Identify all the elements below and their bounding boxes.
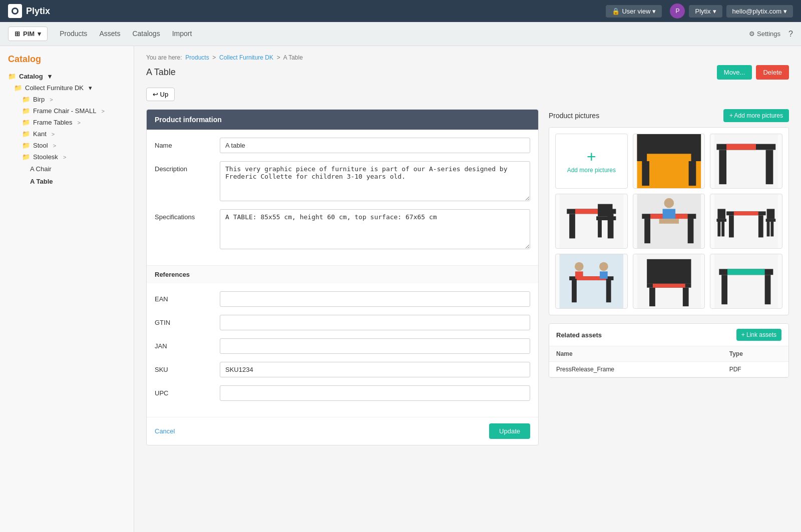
sidebar-stool[interactable]: 📁 Stool > [0,140,134,151]
settings-button[interactable]: ⚙ Settings [749,30,780,38]
picture-8[interactable] [710,254,782,309]
sidebar-stoolesk[interactable]: 📁 Stoolesk > [0,151,134,163]
svg-point-49 [599,262,608,271]
form-row-gtin: GTIN [155,315,530,330]
svg-rect-52 [647,259,691,284]
sidebar-a-table[interactable]: A Table [0,175,134,188]
svg-rect-14 [569,214,575,238]
form-row-sku: SKU [155,362,530,377]
sec-nav-right: ⚙ Settings ? [749,30,793,39]
svg-rect-32 [758,215,763,237]
move-button[interactable]: Move... [717,65,752,80]
breadcrumb-collect-furniture[interactable]: Collect Furniture DK [219,54,273,61]
picture-1[interactable] [633,134,705,189]
name-label: Name [155,138,220,149]
avatar: P [670,4,685,19]
logo-area: Plytix [8,4,50,18]
ean-label: EAN [155,291,220,303]
picture-2[interactable] [710,134,782,189]
pictures-title: Product pictures [549,112,599,120]
svg-rect-41 [767,209,775,219]
gtin-label: GTIN [155,315,220,326]
picture-3[interactable] [555,194,628,249]
upc-input[interactable] [220,385,530,401]
svg-rect-31 [729,215,734,237]
add-pictures-button[interactable]: + Add more pictures [723,109,789,122]
sidebar-frame-tables[interactable]: 📁 Frame Tables > [0,117,134,128]
svg-rect-17 [596,216,616,220]
svg-point-1 [13,9,17,13]
help-button[interactable]: ? [788,30,793,39]
chevron-down-icon: ▾ [48,73,52,80]
chevron-down-icon: ▾ [89,84,92,92]
page-title-row: A Table Move... Delete [146,65,789,80]
sidebar-birp[interactable]: 📁 Birp > [0,94,134,105]
ean-input[interactable] [220,291,530,307]
page-title: A Table [146,67,176,78]
form-row-description: Description This very graphic piece of f… [155,161,530,201]
user-view-button[interactable]: 🔒 User view ▾ [606,5,662,18]
form-row-jan: JAN [155,338,530,354]
nav-products[interactable]: Products [60,28,87,41]
picture-7[interactable] [633,254,705,309]
email-button[interactable]: hello@plytix.com ▾ [726,5,793,18]
svg-rect-60 [765,275,771,304]
sidebar-kant[interactable]: 📁 Kant > [0,128,134,140]
sidebar-collect-furniture[interactable]: 📁 Collect Furniture DK ▾ [0,82,134,94]
picture-6[interactable] [555,254,628,309]
svg-rect-9 [719,150,727,184]
svg-rect-6 [688,161,696,186]
chevron-down-icon: ▾ [783,8,787,15]
user-info: P Plytix ▾ hello@plytix.com ▾ [670,4,793,19]
svg-rect-48 [575,271,583,279]
svg-rect-44 [572,280,577,302]
gtin-input[interactable] [220,315,530,330]
form-row-ean: EAN [155,291,530,307]
description-input[interactable]: This very graphic piece of furniture is … [220,161,530,201]
delete-button[interactable]: Delete [756,65,789,80]
svg-rect-56 [653,284,685,288]
svg-rect-18 [598,220,602,237]
svg-rect-45 [606,280,611,302]
svg-rect-39 [767,222,770,236]
svg-rect-5 [642,161,649,186]
svg-rect-10 [766,150,773,184]
main-content: You are here: Products > Collect Furnitu… [134,46,801,532]
chevron-down-icon: ▾ [38,30,41,38]
specifications-label: Specifications [155,209,220,221]
secondary-nav: ⊞ PIM ▾ Products Assets Catalogs Import … [0,22,801,46]
jan-input[interactable] [220,338,530,354]
link-assets-button[interactable]: + Link assets [736,329,781,341]
folder-icon: 📁 [22,96,30,103]
sku-input[interactable] [220,362,530,377]
sidebar-a-chair[interactable]: A Chair [0,163,134,175]
specifications-input[interactable]: A TABLE: 85x55 cm, height 60 cm, top sur… [220,209,530,249]
plytix-user-button[interactable]: Plytix ▾ [689,5,722,18]
update-button[interactable]: Update [489,423,530,439]
nav-import[interactable]: Import [172,28,192,41]
table-header-row: Name Type [549,346,788,362]
related-assets-table: Name Type PressRelease_FramePDF [549,346,788,377]
cancel-button[interactable]: Cancel [155,427,175,435]
picture-5[interactable] [710,194,782,249]
gear-icon: ⚙ [749,30,755,38]
form-row-name: Name [155,138,530,153]
picture-4[interactable] [633,194,705,249]
sidebar-frame-chair-small[interactable]: 📁 Frame Chair - SMALL > [0,105,134,117]
up-button[interactable]: ↩ Up [146,88,175,101]
pim-button[interactable]: ⊞ PIM ▾ [8,27,48,41]
add-picture-cell[interactable]: + Add more pictures [555,134,628,189]
breadcrumb-products[interactable]: Products [185,54,209,61]
nav-assets[interactable]: Assets [99,28,120,41]
catalog-root[interactable]: 📁 Catalog ▾ [0,71,134,82]
svg-rect-23 [644,219,650,243]
svg-rect-34 [717,219,727,222]
nav-catalogs[interactable]: Catalogs [132,28,160,41]
related-assets-title: Related assets [556,331,602,339]
svg-rect-59 [722,275,728,304]
folder-icon: 📁 [8,73,16,80]
svg-rect-20 [598,204,612,217]
chevron-down-icon: ▾ [713,8,716,15]
product-info-header: Product information [147,110,538,130]
name-input[interactable] [220,138,530,153]
